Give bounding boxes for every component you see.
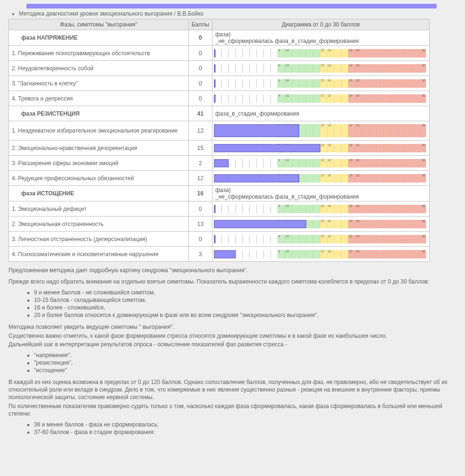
svg-text:19: 19 <box>349 219 353 223</box>
symptom-row: 3. Расширение сферы экономии эмоций29101… <box>9 156 430 171</box>
svg-text:30: 30 <box>422 234 425 238</box>
desc-p5: Дальнейший шаг в интерпретации результат… <box>8 341 457 348</box>
svg-rect-364 <box>214 125 299 137</box>
svg-text:20: 20 <box>356 79 360 82</box>
list-item: 20 и более баллов относятся к доминирующ… <box>34 312 457 318</box>
list-item: 9 и менее баллов - не сложившийся симпто… <box>34 289 457 296</box>
list-item: 16 и более - сложившийся, <box>34 304 457 311</box>
svg-text:20: 20 <box>356 124 360 127</box>
symptom-row: 3. Личностная отстраненность (деперсонал… <box>9 232 430 247</box>
svg-text:19: 19 <box>349 79 353 82</box>
desc-list3: 36 и менее баллов - фаза не сформировала… <box>34 421 457 435</box>
svg-text:9: 9 <box>278 250 280 253</box>
svg-rect-763 <box>348 235 426 243</box>
svg-text:30: 30 <box>422 143 425 147</box>
svg-text:10: 10 <box>285 79 289 82</box>
svg-rect-510 <box>214 159 228 167</box>
symptom-name: 2. Неудовлетворенность собой <box>9 61 189 76</box>
svg-text:9: 9 <box>278 234 280 238</box>
svg-rect-617 <box>348 205 426 213</box>
svg-text:15: 15 <box>321 124 324 127</box>
svg-rect-690 <box>348 220 426 228</box>
desc-p7: По количественным показателям правомерно… <box>8 402 457 418</box>
symptom-row: 2. Эмоционально-нравственная дезориентац… <box>9 141 430 156</box>
symptom-score: 2 <box>188 156 212 171</box>
svg-text:20: 20 <box>356 219 360 223</box>
svg-text:30: 30 <box>422 174 425 177</box>
top-divider <box>26 4 437 8</box>
svg-rect-252 <box>348 94 426 103</box>
symptom-score: 0 <box>188 91 212 106</box>
symptom-name: 1. Неадекватное избирательное эмоциональ… <box>9 121 189 141</box>
svg-text:30: 30 <box>422 204 425 208</box>
svg-text:16: 16 <box>328 219 331 223</box>
symptom-score: 12 <box>188 121 212 141</box>
svg-text:16: 16 <box>328 124 331 127</box>
svg-rect-583 <box>214 175 299 182</box>
list-item: "истощение" <box>34 367 457 374</box>
svg-text:16: 16 <box>328 143 331 147</box>
symptom-score: 0 <box>188 76 212 91</box>
svg-text:15: 15 <box>321 49 324 52</box>
phase-score: 16 <box>188 186 212 201</box>
svg-text:19: 19 <box>349 234 353 238</box>
col-symptoms: Фазы, симптомы "выгорания" <box>9 19 189 30</box>
phase-row: фаза ИСТОЩЕНИЕ16фаза)_не_сформировалась … <box>9 186 430 201</box>
svg-rect-398 <box>348 144 426 152</box>
svg-rect-544 <box>348 174 426 183</box>
svg-text:15: 15 <box>321 143 324 147</box>
svg-text:20: 20 <box>356 174 360 177</box>
symptom-bar: 9101516192030 <box>212 121 430 141</box>
symptom-row: 4. Редукция профессиональных обязанносте… <box>9 171 430 186</box>
symptom-bar: 9101516192030 <box>212 171 430 186</box>
svg-text:20: 20 <box>356 250 360 253</box>
svg-text:20: 20 <box>356 64 360 67</box>
svg-text:30: 30 <box>422 94 425 97</box>
symptom-score: 0 <box>188 201 212 217</box>
symptom-score: 13 <box>188 217 212 232</box>
symptom-bar: 9101516192030 <box>212 76 430 91</box>
svg-text:9: 9 <box>278 159 280 162</box>
symptom-name: 3. Личностная отстраненность (деперсонал… <box>9 232 189 247</box>
symptom-row: 4. Тревога и депрессия09101516192030 <box>9 91 430 106</box>
svg-text:19: 19 <box>349 159 353 162</box>
svg-rect-218 <box>214 80 215 87</box>
symptom-score: 0 <box>188 61 212 76</box>
svg-rect-72 <box>214 50 215 57</box>
svg-rect-179 <box>348 79 426 88</box>
svg-text:16: 16 <box>328 174 331 177</box>
svg-text:15: 15 <box>321 159 324 162</box>
title-bullet: Методика диагностики уровня эмоционально… <box>19 10 457 17</box>
svg-text:20: 20 <box>356 234 360 238</box>
symptom-bar: 9101516192030 <box>212 247 430 262</box>
list-item: "резистенция", <box>34 359 457 366</box>
svg-text:19: 19 <box>349 94 353 97</box>
svg-text:10: 10 <box>285 64 289 67</box>
svg-text:19: 19 <box>349 174 353 177</box>
svg-text:16: 16 <box>328 204 331 208</box>
svg-rect-836 <box>348 250 426 259</box>
svg-text:19: 19 <box>349 124 353 127</box>
svg-text:20: 20 <box>356 159 360 162</box>
svg-text:9: 9 <box>278 79 280 82</box>
svg-text:30: 30 <box>422 49 425 52</box>
desc-p6: В каждой из них оценка возможна в предел… <box>8 378 457 401</box>
svg-text:19: 19 <box>349 143 353 147</box>
symptom-bar: 9101516192030 <box>212 232 430 247</box>
svg-text:10: 10 <box>285 49 289 52</box>
svg-text:10: 10 <box>285 204 289 208</box>
svg-rect-33 <box>348 49 426 58</box>
symptom-name: 4. Психосоматические и психовегетативные… <box>9 247 189 262</box>
symptom-name: 2. Эмоциональная отстраненность <box>9 217 189 232</box>
svg-rect-471 <box>348 159 426 167</box>
phase-score: 41 <box>188 106 212 121</box>
desc-p1: Предложенная методика дает подробную кар… <box>8 267 457 274</box>
svg-text:19: 19 <box>349 49 353 52</box>
phase-score: 0 <box>188 30 212 46</box>
desc-p4: Существенно важно отметить, к какой фазе… <box>8 332 457 340</box>
list-item: "напряжение", <box>34 352 457 359</box>
svg-text:15: 15 <box>321 250 324 253</box>
svg-rect-291 <box>214 95 215 102</box>
svg-text:9: 9 <box>278 94 280 97</box>
symptom-bar: 9101516192030 <box>212 217 430 232</box>
